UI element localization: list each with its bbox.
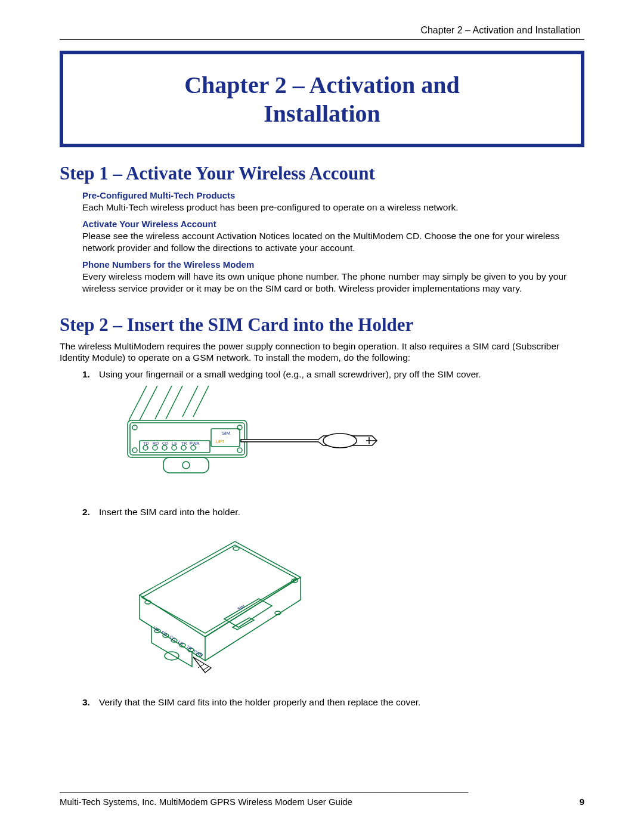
list-item: 3. Verify that the SIM card fits into th… [82,696,584,708]
list-item: 1. Using your fingernail or a small wedg… [82,368,584,380]
figure-pry-sim-cover: TDRDCD LSTRPWR SIM LIFT [122,386,584,501]
page-number: 9 [580,797,584,807]
step2-intro: The wireless MultiModem requires the pow… [60,340,584,364]
footer-text: Multi-Tech Systems, Inc. MultiModem GPRS… [60,797,352,807]
chapter-title-line2: Installation [69,100,575,128]
step2-list: 1. Using your fingernail or a small wedg… [82,368,584,708]
svg-line-3 [166,386,182,419]
list-text: Insert the SIM card into the holder. [99,506,240,518]
svg-point-24 [323,433,357,448]
svg-point-11 [162,445,167,450]
modem-insert-illustration: TD RD CD LS TR PWR SIM [122,524,312,679]
svg-text:PWR: PWR [190,441,199,445]
svg-point-10 [153,445,157,450]
svg-text:TD: TD [143,441,148,445]
list-number: 1. [82,368,99,380]
svg-point-21 [237,448,242,453]
footer-rule: ________________________________________… [60,784,584,793]
modem-pry-illustration: TDRDCD LSTRPWR SIM LIFT [122,386,378,499]
body-preconfigured: Each Multi-Tech wireless product has bee… [82,202,582,213]
body-activate: Please see the wireless account Activati… [82,230,582,253]
svg-line-0 [129,386,147,420]
list-number: 2. [82,506,99,518]
svg-point-33 [165,652,179,660]
list-text: Verify that the SIM card fits into the h… [99,696,420,708]
page-header: Chapter 2 – Activation and Installation [60,25,584,40]
page-footer: ________________________________________… [60,784,584,807]
svg-text:LIFT: LIFT [216,439,225,444]
chapter-title-line1: Chapter 2 – Activation and [69,71,575,100]
step1-heading: Step 1 – Activate Your Wireless Account [60,163,584,184]
subhead-activate: Activate Your Wireless Account [82,219,584,229]
svg-rect-7 [130,423,244,455]
svg-rect-16 [163,457,209,473]
list-text: Using your fingernail or a small wedging… [99,368,481,380]
svg-line-2 [155,386,172,419]
svg-point-41 [233,547,239,550]
svg-rect-6 [128,420,247,457]
figure-insert-sim: TD RD CD LS TR PWR SIM [122,524,584,681]
svg-line-1 [140,386,157,420]
subhead-phone: Phone Numbers for the Wireless Modem [82,259,584,270]
chapter-title-box: Chapter 2 – Activation and Installation [60,51,584,147]
svg-text:RD: RD [153,441,159,445]
svg-text:LS: LS [172,441,177,445]
svg-point-9 [143,445,148,450]
svg-point-20 [132,448,137,453]
svg-text:TR: TR [186,645,193,651]
svg-point-12 [172,445,177,450]
list-item: 2. Insert the SIM card into the holder. [82,506,584,518]
svg-point-18 [132,425,137,430]
svg-text:CD: CD [162,441,168,445]
svg-text:CD: CD [169,635,177,642]
svg-point-17 [182,462,190,469]
svg-point-13 [181,445,186,450]
svg-text:LS: LS [178,640,184,646]
svg-text:RD: RD [161,630,168,637]
step2-heading: Step 2 – Insert the SIM Card into the Ho… [60,314,584,336]
list-number: 3. [82,696,99,708]
subhead-preconfigured: Pre-Configured Multi-Tech Products [82,190,584,200]
body-phone: Every wireless modem will have its own u… [82,271,582,294]
svg-text:TR: TR [181,441,187,445]
svg-point-14 [191,445,196,450]
svg-text:SIM: SIM [222,431,231,436]
